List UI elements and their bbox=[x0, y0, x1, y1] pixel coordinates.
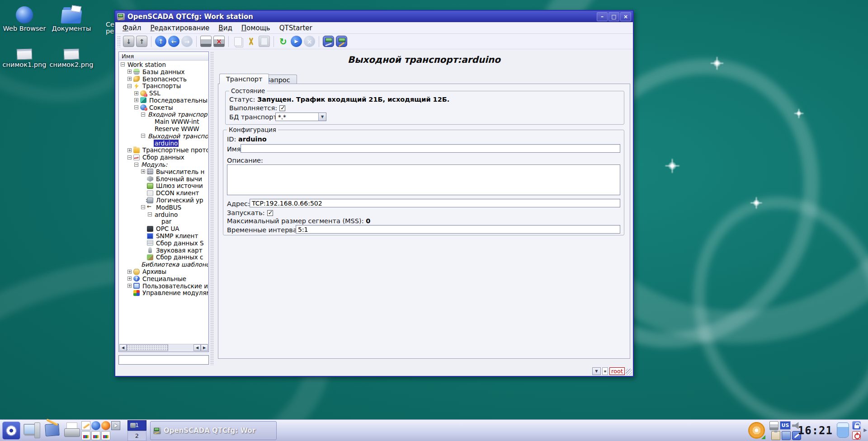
start-icon[interactable]: ▶ bbox=[291, 36, 302, 47]
kmenu-icon[interactable] bbox=[2, 422, 20, 440]
tree-item[interactable]: DCON клиент bbox=[119, 189, 208, 197]
task-button-openscada[interactable]: OpenSCADA QTCfg: Wor bbox=[150, 421, 277, 440]
tree-header[interactable]: Имя bbox=[119, 52, 208, 61]
menu-item-3[interactable]: Вид bbox=[214, 23, 236, 33]
kchart3-icon[interactable] bbox=[101, 431, 110, 440]
vision-icon[interactable] bbox=[336, 36, 347, 47]
tree-item[interactable]: −ModBUS bbox=[119, 204, 208, 211]
firefox-icon[interactable] bbox=[101, 421, 110, 430]
deskclip-icon[interactable] bbox=[45, 423, 60, 436]
menu-item-5[interactable]: QTStarter bbox=[275, 23, 317, 33]
tree-item[interactable]: +SSL bbox=[119, 89, 208, 97]
maximize-button[interactable]: □ bbox=[609, 12, 619, 21]
desktop-icon-web-browser[interactable]: Web Browser bbox=[2, 4, 47, 32]
scroll-right-icon[interactable]: ▶ bbox=[201, 344, 208, 351]
copy-icon[interactable] bbox=[234, 37, 242, 46]
tree-item[interactable]: Звуковая карт bbox=[119, 247, 208, 254]
collapse-toggle-icon[interactable]: − bbox=[134, 163, 138, 167]
tree-item[interactable]: −Входной транспор bbox=[119, 111, 208, 118]
name-input[interactable] bbox=[241, 144, 620, 153]
toolbar-handle[interactable] bbox=[117, 36, 120, 47]
lock-icon[interactable] bbox=[852, 421, 861, 430]
cd-icon[interactable] bbox=[748, 422, 765, 439]
scrollbar-track[interactable] bbox=[168, 344, 193, 351]
power-icon[interactable] bbox=[852, 431, 861, 440]
panel-hide-arrow-icon[interactable]: ▶ bbox=[863, 427, 867, 432]
tree-item[interactable]: OPC UA bbox=[119, 225, 208, 232]
scrollbar-thumb[interactable] bbox=[127, 344, 168, 351]
tree-item[interactable]: +Пользовательские и bbox=[119, 282, 208, 290]
scroll-left-icon[interactable]: ◀ bbox=[193, 344, 201, 351]
print-icon[interactable] bbox=[200, 36, 212, 47]
expand-toggle-icon[interactable]: + bbox=[134, 98, 138, 102]
konsole-icon[interactable] bbox=[111, 421, 120, 430]
printersm-icon[interactable] bbox=[769, 421, 778, 430]
tree-item[interactable]: SNMP клиент bbox=[119, 232, 208, 239]
tree-item[interactable]: Логический ур bbox=[119, 197, 208, 204]
tree-item[interactable]: +Специальные bbox=[119, 275, 208, 282]
klipper-icon[interactable] bbox=[771, 431, 780, 440]
timings-input[interactable] bbox=[296, 225, 620, 234]
clock[interactable]: 16:21 bbox=[798, 424, 833, 437]
pager-desktop-2[interactable]: 2 bbox=[127, 431, 146, 441]
tree-item[interactable]: −Транспорты bbox=[119, 82, 208, 89]
tree-item[interactable]: −Work station bbox=[119, 61, 208, 68]
up-icon[interactable]: ↑ bbox=[155, 36, 166, 47]
load-icon[interactable]: ↓ bbox=[123, 36, 134, 47]
usflag-icon[interactable]: US bbox=[780, 421, 791, 430]
address-input[interactable] bbox=[250, 199, 620, 207]
expand-toggle-icon[interactable]: + bbox=[127, 284, 132, 288]
desktop-icon-documents[interactable]: Документы bbox=[49, 4, 94, 32]
printerbig-icon[interactable] bbox=[63, 422, 80, 439]
cut-icon[interactable] bbox=[245, 36, 257, 47]
netmon-icon[interactable] bbox=[782, 431, 791, 440]
tree-item[interactable]: Main WWW-int bbox=[119, 118, 208, 125]
tree-item[interactable]: +Архивы bbox=[119, 268, 208, 275]
tree-item[interactable]: +Транспортные прото bbox=[119, 147, 208, 154]
menu-item-2[interactable]: Редактирование bbox=[146, 23, 214, 33]
tree-item[interactable]: +Безопасность bbox=[119, 75, 208, 83]
minimize-button[interactable]: – bbox=[597, 12, 608, 21]
desktop-icon-snapshot1[interactable]: снимок1.png bbox=[2, 45, 47, 68]
kchart1-icon[interactable] bbox=[81, 431, 90, 440]
collapse-toggle-icon[interactable]: − bbox=[141, 205, 145, 209]
menu-item-1[interactable]: Файл bbox=[118, 23, 146, 33]
print-cancel-icon[interactable]: × bbox=[213, 36, 225, 47]
kchart2-icon[interactable] bbox=[91, 431, 100, 440]
tree-item[interactable]: −Сбор данных bbox=[119, 154, 208, 161]
resize-grip[interactable] bbox=[626, 369, 632, 375]
tree-item[interactable]: −Сокеты bbox=[119, 104, 208, 111]
expand-toggle-icon[interactable]: + bbox=[127, 148, 132, 152]
transport-db-select[interactable]: *.* ▼ bbox=[275, 113, 326, 121]
close-button[interactable]: × bbox=[620, 12, 631, 21]
tree-item[interactable]: par bbox=[119, 218, 208, 225]
panel-splitter[interactable] bbox=[210, 52, 213, 365]
description-textarea[interactable] bbox=[227, 164, 620, 195]
collapse-toggle-icon[interactable]: − bbox=[127, 84, 132, 88]
footer-dropdown-button[interactable]: ▼ bbox=[592, 367, 601, 375]
scroll-left-icon[interactable]: ◀ bbox=[119, 344, 127, 351]
tree-item[interactable]: Reserve WWW bbox=[119, 125, 208, 132]
kbug-icon[interactable] bbox=[91, 421, 100, 430]
tree-item[interactable]: arduino bbox=[119, 140, 208, 147]
chevron-down-icon[interactable]: ▼ bbox=[318, 113, 326, 121]
tree-item[interactable]: +Вычислитель н bbox=[119, 168, 208, 175]
back-icon[interactable]: ← bbox=[168, 36, 179, 47]
trash-icon[interactable] bbox=[837, 422, 849, 438]
tree-item[interactable]: Сбор данных с bbox=[119, 254, 208, 261]
tree-item[interactable]: −Модуль: bbox=[119, 161, 208, 168]
forward-icon[interactable]: → bbox=[181, 36, 193, 47]
paste-icon[interactable] bbox=[259, 36, 270, 47]
tree-filter-input[interactable] bbox=[118, 355, 209, 365]
collapse-toggle-icon[interactable]: − bbox=[121, 62, 125, 66]
menu-item-4[interactable]: Помощь bbox=[237, 23, 275, 33]
kedit-icon[interactable] bbox=[81, 421, 90, 430]
sysmon-icon[interactable] bbox=[24, 422, 42, 440]
tree-item[interactable]: Блочный вычи bbox=[119, 175, 208, 183]
save-icon[interactable]: ↑ bbox=[136, 36, 147, 47]
stop-icon[interactable]: × bbox=[304, 36, 315, 47]
qtcfg-icon[interactable] bbox=[323, 36, 334, 47]
tree-item[interactable]: +Последовательны bbox=[119, 97, 208, 104]
refresh-icon[interactable]: ↻ bbox=[278, 36, 289, 47]
collapse-toggle-icon[interactable]: − bbox=[148, 212, 152, 216]
